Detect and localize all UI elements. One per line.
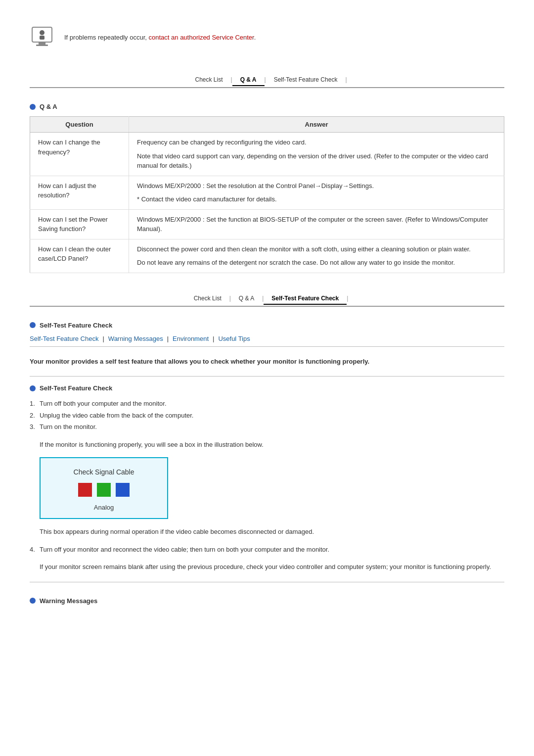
warning-blue-dot xyxy=(30,598,36,604)
header-static-text: If problems repeatedly occur, xyxy=(64,34,149,41)
qa-title: Q & A xyxy=(40,103,57,110)
signal-cable-box: Check Signal Cable Analog xyxy=(40,457,168,519)
nav-tab-selftest-2[interactable]: Self-Test Feature Check xyxy=(264,293,347,305)
selftest-title: Self-Test Feature Check xyxy=(40,322,112,329)
qa-answer-1: Frequency can be changed by reconfigurin… xyxy=(129,133,504,176)
step-3: 3. Turn on the monitor. xyxy=(30,422,504,432)
selftest-blue-dot xyxy=(30,322,36,328)
qa-answer-4-part1: Disconnect the power cord and then clean… xyxy=(137,244,496,254)
nav-tab-qa-1[interactable]: Q & A xyxy=(232,74,265,86)
svg-rect-2 xyxy=(36,45,48,46)
nav-sep-6: | xyxy=(347,295,348,302)
signal-square-blue xyxy=(116,483,130,497)
selftest-subsection-title: Self-Test Feature Check xyxy=(40,384,112,392)
bottom-divider xyxy=(30,582,504,582)
step-3-text: Turn on the monitor. xyxy=(40,423,97,430)
step-2-num: 2. xyxy=(30,411,35,421)
nav-tabs-2: Check List | Q & A | Self-Test Feature C… xyxy=(30,293,504,307)
signal-box-title: Check Signal Cable xyxy=(50,468,157,476)
selftest-intro: Your monitor provides a self test featur… xyxy=(30,357,504,367)
signal-box-analog-label: Analog xyxy=(50,504,157,511)
qa-col-question: Question xyxy=(30,117,129,133)
table-row: How can I set the Power Saving function?… xyxy=(30,209,504,239)
service-center-link[interactable]: contact an authorized Service Center. xyxy=(149,34,256,41)
qa-col-answer: Answer xyxy=(129,117,504,133)
qa-answer-1-part2: Note that video card support can vary, d… xyxy=(137,151,496,171)
qa-question-2: How can I adjust the resolution? xyxy=(30,176,129,209)
qa-answer-2-part1: Windows ME/XP/2000 : Set the resolution … xyxy=(137,181,496,191)
table-row: How can I clean the outer case/LCD Panel… xyxy=(30,239,504,273)
qa-title-row: Q & A xyxy=(30,103,504,110)
step-4: 4. Turn off your monitor and reconnect t… xyxy=(30,545,504,555)
svg-point-3 xyxy=(40,30,44,35)
step-1: 1. Turn off both your computer and the m… xyxy=(30,399,504,409)
svg-rect-4 xyxy=(40,36,44,40)
header-section: If problems repeatedly occur, contact an… xyxy=(30,20,504,54)
header-text: If problems repeatedly occur, contact an… xyxy=(64,34,256,41)
step-3-num: 3. xyxy=(30,422,35,432)
nav-tabs-1: Check List | Q & A | Self-Test Feature C… xyxy=(30,74,504,88)
qa-answer-1-part1: Frequency can be changed by reconfigurin… xyxy=(137,138,496,147)
qa-table: Question Answer How can I change thefreq… xyxy=(30,116,504,273)
signal-square-red xyxy=(78,483,92,497)
nav-sep-3: | xyxy=(345,76,347,83)
step-4-num: 4. xyxy=(30,545,35,555)
step-2-text: Unplug the video cable from the back of … xyxy=(40,412,193,419)
nav-tab-selftest-1[interactable]: Self-Test Feature Check xyxy=(266,74,346,85)
sub-nav-sep-1: | xyxy=(102,335,104,342)
nav-tab-checklist-1[interactable]: Check List xyxy=(187,74,230,85)
qa-answer-4: Disconnect the power cord and then clean… xyxy=(129,239,504,273)
qa-question-4: How can I clean the outer case/LCD Panel… xyxy=(30,239,129,273)
step-2: 2. Unplug the video cable from the back … xyxy=(30,411,504,421)
sub-link-environment[interactable]: Environment xyxy=(173,335,209,342)
sub-link-selftest[interactable]: Self-Test Feature Check xyxy=(30,335,98,342)
sub-link-useful-tips[interactable]: Useful Tips xyxy=(218,335,250,342)
nav-tab-checklist-2[interactable]: Check List xyxy=(186,293,229,304)
header-icon xyxy=(30,25,54,49)
sub-nav-sep-2: | xyxy=(167,335,169,342)
step-4-text: Turn off your monitor and reconnect the … xyxy=(40,546,329,553)
warning-section: Warning Messages xyxy=(30,597,504,605)
selftest-subsection-title-row: Self-Test Feature Check xyxy=(30,384,504,392)
warning-title: Warning Messages xyxy=(40,597,97,605)
qa-answer-4-part2: Do not leave any remains of the detergen… xyxy=(137,258,496,268)
signal-squares xyxy=(50,483,157,497)
warning-title-row: Warning Messages xyxy=(30,597,504,605)
step-3-sub: If the monitor is functioning properly, … xyxy=(30,440,504,450)
selftest-title-row: Self-Test Feature Check xyxy=(30,322,504,329)
selftest-subsection-dot xyxy=(30,385,36,391)
step-1-text: Turn off both your computer and the moni… xyxy=(40,400,167,407)
qa-question-1: How can I change thefrequency? xyxy=(30,133,129,176)
table-row: How can I change thefrequency? Frequency… xyxy=(30,133,504,176)
table-row: How can I adjust the resolution? Windows… xyxy=(30,176,504,209)
signal-square-green xyxy=(97,483,111,497)
steps-list: 1. Turn off both your computer and the m… xyxy=(30,399,504,432)
qa-question-3: How can I set the Power Saving function? xyxy=(30,209,129,239)
nav-tab-qa-2[interactable]: Q & A xyxy=(231,293,262,304)
step-1-num: 1. xyxy=(30,399,35,409)
steps-list-4: 4. Turn off your monitor and reconnect t… xyxy=(30,545,504,555)
svg-rect-1 xyxy=(39,42,45,45)
qa-answer-3-part1: Windows ME/XP/2000 : Set the function at… xyxy=(137,215,496,234)
step-4-sub: If your monitor screen remains blank aft… xyxy=(30,562,504,572)
qa-answer-2-part2: * Contact the video card manufacturer fo… xyxy=(137,194,496,204)
sub-nav-sep-3: | xyxy=(213,335,214,342)
qa-blue-dot xyxy=(30,104,36,110)
qa-answer-2: Windows ME/XP/2000 : Set the resolution … xyxy=(129,176,504,209)
divider-1 xyxy=(30,376,504,377)
sub-nav-links: Self-Test Feature Check | Warning Messag… xyxy=(30,335,504,347)
signal-box-note: This box appears during normal operation… xyxy=(30,527,504,537)
qa-answer-3: Windows ME/XP/2000 : Set the function at… xyxy=(129,209,504,239)
sub-link-warning[interactable]: Warning Messages xyxy=(108,335,163,342)
